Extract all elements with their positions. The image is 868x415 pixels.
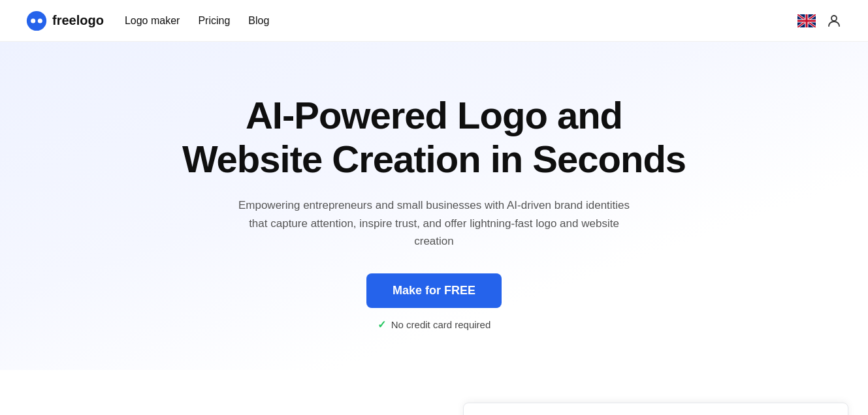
brand-link[interactable]: freelogo [26,10,104,31]
bottom-section [0,370,868,415]
navbar-right [797,13,842,29]
language-flag-icon[interactable] [797,14,816,27]
nav-pricing[interactable]: Pricing [198,15,230,27]
preview-card [463,403,848,415]
brand-logo-icon [26,10,47,31]
user-account-icon[interactable] [826,13,842,29]
svg-point-0 [27,10,46,30]
nav-links: Logo maker Pricing Blog [125,15,797,27]
nav-blog[interactable]: Blog [248,15,269,27]
svg-point-2 [38,18,42,23]
no-credit-card-notice: ✓ No credit card required [378,318,491,331]
hero-subtitle: Empowering entrepreneurs and small busin… [238,196,630,250]
nav-logo-maker[interactable]: Logo maker [125,15,180,27]
brand-name: freelogo [52,13,104,28]
svg-point-4 [831,16,837,21]
hero-section: AI-Powered Logo and Website Creation in … [0,42,868,370]
cta-make-free-button[interactable]: Make for FREE [366,273,502,308]
navbar: freelogo Logo maker Pricing Blog [0,0,868,42]
svg-point-1 [31,18,35,23]
no-credit-card-text: No credit card required [391,319,491,330]
hero-title: AI-Powered Logo and Website Creation in … [180,94,689,181]
checkmark-icon: ✓ [378,318,386,331]
